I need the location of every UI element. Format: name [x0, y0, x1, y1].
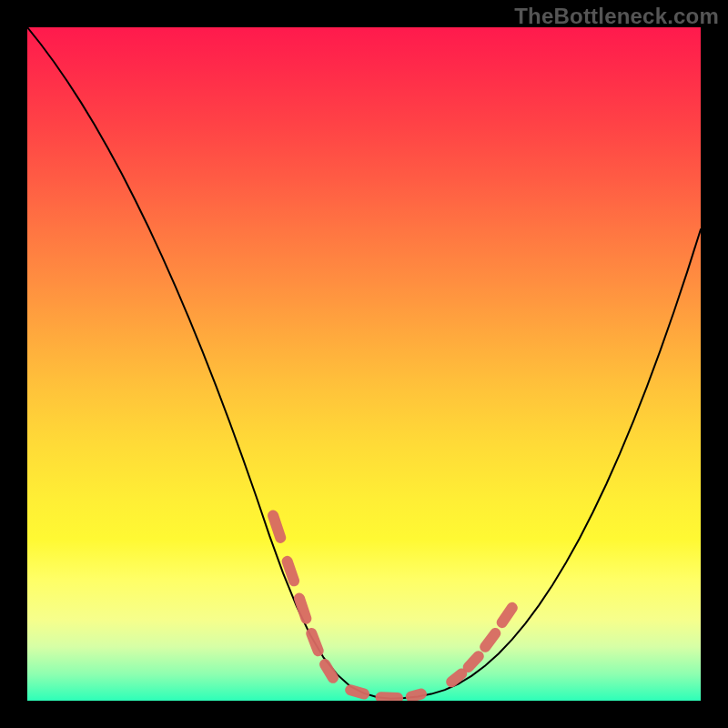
- dash-segment: [311, 633, 318, 651]
- dash-segment: [411, 694, 421, 697]
- dash-segment: [485, 633, 495, 647]
- dash-segment: [469, 656, 479, 667]
- bottleneck-curve: [27, 27, 701, 699]
- plot-area: [27, 27, 701, 701]
- watermark: TheBottleneck.com: [514, 4, 719, 29]
- dash-segment: [451, 673, 461, 682]
- dash-segment: [299, 599, 306, 619]
- dash-segment: [288, 561, 294, 581]
- dash-segment: [381, 697, 399, 698]
- plot-svg: [27, 27, 701, 701]
- dash-segment: [350, 690, 364, 693]
- dash-segment: [502, 608, 512, 622]
- highlight-dashes: [273, 516, 512, 699]
- dash-segment: [325, 664, 333, 678]
- dash-segment: [273, 516, 280, 538]
- chart-frame: TheBottleneck.com: [0, 0, 728, 728]
